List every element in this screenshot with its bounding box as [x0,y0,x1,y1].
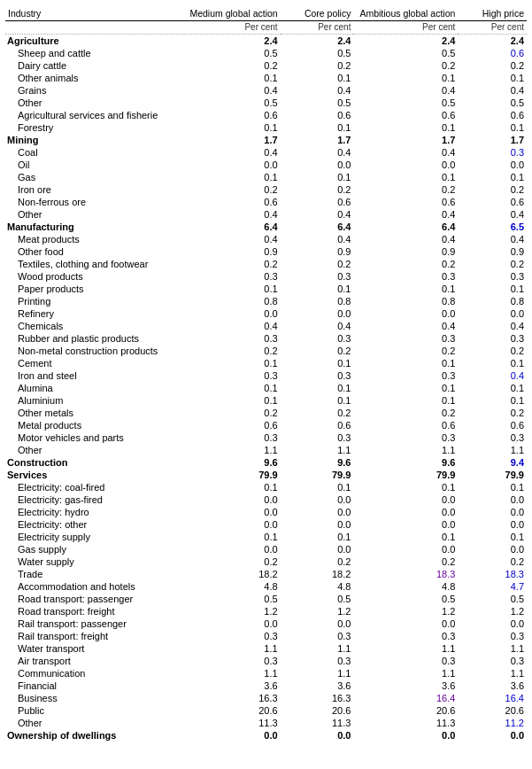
row-value-core: 0.2 [281,258,354,270]
row-value-high: 1.1 [458,444,527,456]
ambitious-header: Ambitious global action [353,7,458,21]
row-label: Paper products [5,283,184,295]
row-label: Ownership of dwellings [5,729,184,742]
row-value-core: 0.4 [281,233,354,245]
row-value-med: 0.1 [184,283,281,295]
row-value-amb: 2.4 [353,35,458,48]
row-value-core: 0.4 [281,320,354,332]
row-value-med: 0.6 [184,109,281,121]
row-value-med: 0.1 [184,357,281,369]
row-value-core: 18.2 [281,568,354,580]
row-value-amb: 0.1 [353,394,458,407]
table-row: Motor vehicles and parts0.30.30.30.3 [5,431,527,444]
row-value-core: 0.2 [281,345,354,357]
row-value-med: 79.9 [184,469,281,481]
row-value-core: 0.9 [281,245,354,258]
row-label: Coal [5,146,184,159]
row-label: Agriculture [5,35,184,48]
row-value-high: 9.4 [458,456,527,469]
row-value-high: 20.6 [458,704,527,717]
row-value-amb: 0.2 [353,345,458,357]
row-label: Other metals [5,407,184,419]
row-value-med: 0.0 [184,159,281,171]
row-value-amb: 0.1 [353,357,458,369]
row-value-med: 0.0 [184,493,281,506]
row-value-med: 4.8 [184,580,281,593]
row-value-high: 0.2 [458,555,527,568]
row-value-med: 0.3 [184,655,281,667]
row-value-amb: 0.8 [353,295,458,307]
row-value-amb: 0.2 [353,183,458,196]
ambitious-subheader: Per cent [353,21,458,35]
high-subheader: Per cent [458,21,527,35]
table-row: Services79.979.979.979.9 [5,469,527,481]
row-value-high: 16.4 [458,692,527,704]
row-value-core: 79.9 [281,469,354,481]
row-value-amb: 0.6 [353,196,458,208]
row-label: Wood products [5,270,184,283]
table-row: Grains0.40.40.40.4 [5,84,527,97]
row-value-amb: 9.6 [353,456,458,469]
row-value-amb: 0.3 [353,655,458,667]
row-value-core: 0.5 [281,97,354,109]
row-value-high: 0.0 [458,159,527,171]
row-value-amb: 0.1 [353,382,458,394]
row-value-med: 0.3 [184,630,281,642]
row-value-amb: 0.1 [353,121,458,134]
row-value-med: 0.1 [184,171,281,183]
row-value-core: 0.1 [281,357,354,369]
row-value-core: 0.3 [281,332,354,345]
table-row: Cement0.10.10.10.1 [5,357,527,369]
row-value-high: 1.2 [458,605,527,618]
row-value-amb: 3.6 [353,680,458,692]
table-row: Coal0.40.40.40.3 [5,146,527,159]
row-value-amb: 0.1 [353,283,458,295]
row-value-high: 0.3 [458,270,527,283]
table-row: Electricity: gas-fired0.00.00.00.0 [5,493,527,506]
row-value-med: 18.2 [184,568,281,580]
row-value-amb: 0.3 [353,270,458,283]
row-value-med: 0.2 [184,407,281,419]
row-value-core: 0.3 [281,369,354,382]
row-value-med: 0.6 [184,196,281,208]
row-value-high: 0.4 [458,208,527,221]
row-value-high: 1.1 [458,642,527,655]
row-value-core: 0.4 [281,84,354,97]
row-label: Chemicals [5,320,184,332]
row-value-amb: 0.4 [353,146,458,159]
row-value-high: 0.2 [458,258,527,270]
table-row: Other1.11.11.11.1 [5,444,527,456]
row-label: Refinery [5,307,184,320]
row-value-high: 0.4 [458,233,527,245]
row-value-core: 20.6 [281,704,354,717]
row-value-amb: 0.3 [353,332,458,345]
table-row: Textiles, clothing and footwear0.20.20.2… [5,258,527,270]
row-value-amb: 0.1 [353,531,458,543]
table-row: Iron ore0.20.20.20.2 [5,183,527,196]
row-value-amb: 0.0 [353,518,458,531]
table-row: Mining1.71.71.71.7 [5,134,527,146]
row-value-med: 0.3 [184,332,281,345]
row-value-med: 0.0 [184,543,281,555]
row-value-amb: 0.3 [353,431,458,444]
table-row: Electricity supply0.10.10.10.1 [5,531,527,543]
row-value-amb: 16.4 [353,692,458,704]
row-label: Other [5,444,184,456]
row-value-amb: 0.0 [353,307,458,320]
row-label: Electricity: gas-fired [5,493,184,506]
row-value-med: 0.5 [184,593,281,605]
table-row: Paper products0.10.10.10.1 [5,283,527,295]
table-row: Water transport1.11.11.11.1 [5,642,527,655]
row-value-amb: 0.9 [353,245,458,258]
row-value-core: 0.1 [281,531,354,543]
row-label: Textiles, clothing and footwear [5,258,184,270]
row-value-high: 0.3 [458,630,527,642]
row-value-amb: 1.2 [353,605,458,618]
row-value-core: 11.3 [281,717,354,729]
table-row: Agricultural services and fisherie0.60.6… [5,109,527,121]
row-value-med: 6.4 [184,221,281,233]
row-value-high: 0.6 [458,47,527,59]
row-value-core: 0.2 [281,555,354,568]
row-value-core: 3.6 [281,680,354,692]
row-value-med: 0.0 [184,618,281,630]
